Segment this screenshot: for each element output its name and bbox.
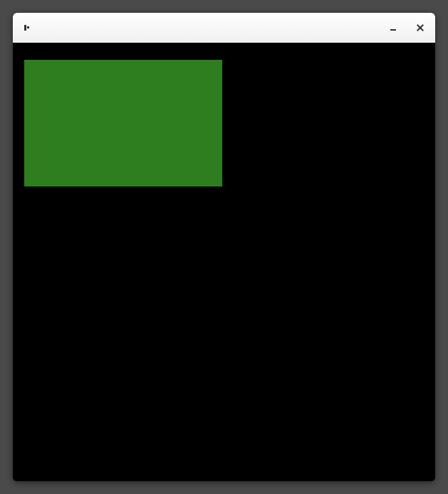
minimize-button[interactable]: [388, 23, 398, 33]
titlebar-left: [23, 23, 37, 32]
svg-rect-1: [27, 26, 29, 28]
close-icon: [417, 24, 424, 31]
green-rectangle: [24, 60, 222, 186]
application-window: [13, 13, 435, 481]
svg-rect-0: [24, 25, 26, 31]
app-icon: [23, 23, 31, 32]
close-button[interactable]: [415, 23, 425, 33]
minimize-icon: [390, 29, 396, 31]
titlebar-controls: [388, 23, 425, 33]
titlebar[interactable]: [13, 13, 435, 43]
canvas-area: [13, 43, 435, 481]
